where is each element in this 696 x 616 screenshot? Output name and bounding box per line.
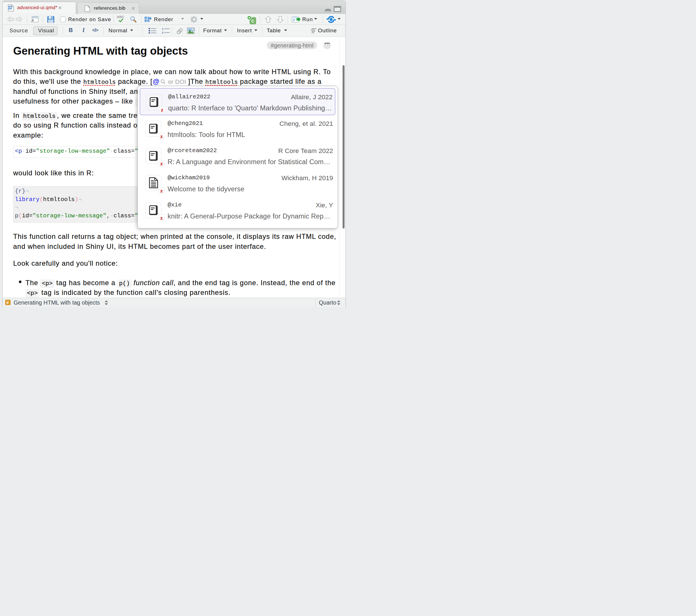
svg-text:C: C xyxy=(251,19,254,23)
svg-text:1: 1 xyxy=(162,28,163,30)
svg-text:2: 2 xyxy=(162,31,163,34)
